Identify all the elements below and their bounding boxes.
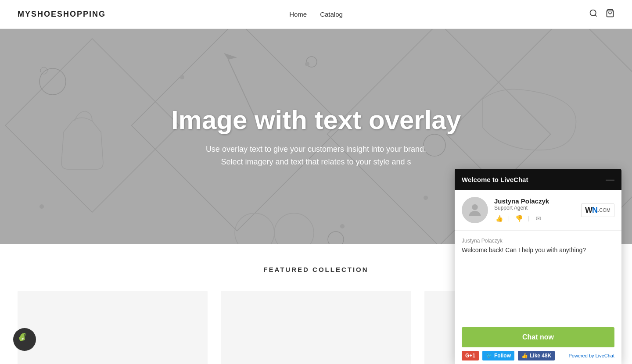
agent-email-icon[interactable]: ✉ (534, 214, 543, 223)
separator: | (508, 215, 510, 221)
svg-line-1 (595, 15, 597, 17)
svg-point-4 (40, 67, 47, 74)
svg-point-6 (328, 232, 344, 244)
twitter-follow-button[interactable]: 🐦 Follow (482, 351, 514, 360)
cart-icon[interactable] (606, 9, 614, 20)
livechat-header: Welcome to LiveChat — (455, 169, 621, 190)
svg-point-20 (424, 196, 428, 200)
facebook-like-button[interactable]: 👍 Like 48K (518, 351, 555, 360)
livechat-social-buttons: G+1 🐦 Follow 👍 Like 48K (462, 351, 555, 360)
svg-point-21 (40, 204, 44, 209)
powered-by-text: Powered by LiveChat (568, 353, 614, 358)
hero-content: Image with text overlay Use overlay text… (171, 105, 461, 168)
agent-info: Justyna Polaczyk Support Agent 👍 | 👎 | ✉ (494, 197, 575, 223)
agent-thumbs-down-icon[interactable]: 👎 (514, 214, 524, 223)
product-card[interactable] (221, 291, 411, 364)
twitter-follow-label: Follow (494, 353, 511, 359)
wn-w: W (585, 206, 592, 215)
svg-rect-8 (5, 39, 179, 212)
separator: | (528, 215, 529, 221)
livechat-footer: G+1 🐦 Follow 👍 Like 48K Powered by LiveC… (455, 347, 621, 364)
livechat-message-area: Justyna Polaczyk Welcome back! Can I hel… (455, 231, 621, 327)
svg-marker-13 (224, 53, 237, 60)
agent-thumbs-up-icon[interactable]: 👍 (494, 214, 504, 223)
twitter-bird-icon: 🐦 (486, 353, 492, 359)
wn-logo: W N . COM (581, 203, 614, 217)
nav-home[interactable]: Home (289, 11, 307, 18)
hero-title: Image with text overlay (171, 105, 461, 135)
svg-point-22 (472, 204, 478, 210)
nav-catalog[interactable]: Catalog (320, 11, 343, 18)
fb-like-label: Like 48K (530, 353, 551, 359)
gplus-button[interactable]: G+1 (462, 351, 479, 360)
livechat-agent-row: Justyna Polaczyk Support Agent 👍 | 👎 | ✉… (455, 190, 621, 231)
site-header: MYSHOESHOPPING Home Catalog (0, 0, 632, 29)
svg-point-19 (340, 224, 345, 228)
livechat-title: Welcome to LiveChat (462, 176, 528, 183)
chat-now-button[interactable]: Chat now (462, 327, 614, 347)
svg-point-14 (235, 213, 274, 244)
wn-com: COM (599, 207, 610, 213)
header-actions (589, 9, 614, 20)
main-nav: Home Catalog (289, 11, 343, 18)
hero-subtitle-line2: Select imagery and text that relates to … (221, 157, 411, 166)
search-icon[interactable] (589, 9, 598, 20)
svg-point-18 (305, 62, 309, 66)
agent-avatar (462, 197, 488, 223)
message-sender: Justyna Polaczyk (462, 238, 614, 244)
livechat-widget: Welcome to LiveChat — Justyna Polaczyk S… (455, 169, 621, 364)
shopify-badge[interactable] (13, 328, 36, 351)
livechat-powered-by: Powered by LiveChat (568, 353, 614, 358)
svg-point-17 (180, 75, 184, 79)
agent-name: Justyna Polaczyk (494, 197, 575, 205)
site-logo[interactable]: MYSHOESHOPPING (18, 10, 106, 19)
svg-point-3 (40, 68, 66, 95)
livechat-minimize-button[interactable]: — (606, 175, 614, 184)
svg-point-0 (590, 10, 596, 16)
wn-n: N (592, 206, 597, 215)
agent-role: Support Agent (494, 205, 575, 211)
message-bubble: Welcome back! Can I help you with anythi… (462, 246, 614, 255)
svg-point-15 (274, 213, 314, 244)
hero-subtitle-line1: Use overlay text to give your customers … (206, 145, 426, 153)
agent-social-actions: 👍 | 👎 | ✉ (494, 214, 575, 223)
wn-dot: . (597, 207, 598, 213)
product-card[interactable] (18, 291, 208, 364)
facebook-thumb-icon: 👍 (521, 353, 528, 359)
gplus-label: G+1 (465, 353, 475, 359)
hero-subtitle: Use overlay text to give your customers … (171, 143, 461, 168)
